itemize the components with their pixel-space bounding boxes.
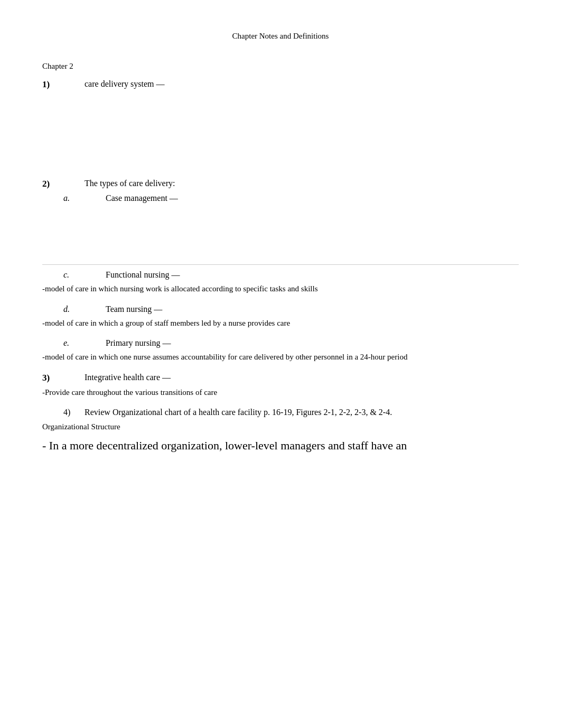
sub-item-d-content: Team nursing — [106, 305, 519, 314]
item-2-number: 2) [42, 179, 85, 189]
sub-item-c-definition: -model of care in which nursing work is … [42, 283, 519, 295]
item-1-number: 1) [42, 79, 85, 90]
sub-item-d-letter: d. [63, 305, 106, 314]
item-4-row: 4) Review Organizational chart of a heal… [63, 408, 519, 417]
divider [42, 264, 519, 265]
chapter-number: Chapter 2 [42, 62, 73, 70]
org-structure-label: Organizational Structure [42, 422, 519, 431]
sub-item-a-row: a. Case management — [63, 193, 519, 203]
item-1-content: care delivery system — [85, 79, 519, 89]
sub-item-e-letter: e. [63, 338, 106, 348]
sub-item-c-content: Functional nursing — [106, 270, 519, 280]
sub-item-e-definition: -model of care in which one nurse assume… [42, 351, 519, 363]
item-3-content: Integrative health care — [85, 373, 519, 382]
page-header: Chapter Notes and Definitions [42, 32, 519, 41]
sub-item-d-definition: -model of care in which a group of staff… [42, 317, 519, 329]
item-4-number: 4) [63, 408, 85, 417]
page-title: Chapter Notes and Definitions [232, 32, 329, 40]
sub-item-a-content: Case management — [106, 193, 519, 203]
sub-item-e-row: e. Primary nursing — [63, 338, 519, 348]
item-3-row: 3) Integrative health care — [42, 373, 519, 383]
sub-item-d-row: d. Team nursing — [63, 305, 519, 314]
item-1-row: 1) care delivery system — [42, 79, 519, 90]
item-4-content: Review Organizational chart of a health … [85, 408, 519, 417]
sub-item-a-spacer [42, 206, 519, 259]
item-2-row: 2) The types of care delivery: [42, 179, 519, 189]
item-1-spacer [42, 94, 519, 179]
item-3-number: 3) [42, 373, 85, 383]
sub-item-a-letter: a. [63, 193, 106, 203]
sub-item-c-letter: c. [63, 270, 106, 280]
sub-item-c-row: c. Functional nursing — [63, 270, 519, 280]
sub-item-e-content: Primary nursing — [106, 338, 519, 348]
item-2-content: The types of care delivery: [85, 179, 519, 188]
org-structure-text: - In a more decentralized organization, … [42, 438, 519, 454]
item-3-definition: -Provide care throughout the various tra… [42, 386, 519, 399]
chapter-label: Chapter 2 [42, 62, 519, 71]
